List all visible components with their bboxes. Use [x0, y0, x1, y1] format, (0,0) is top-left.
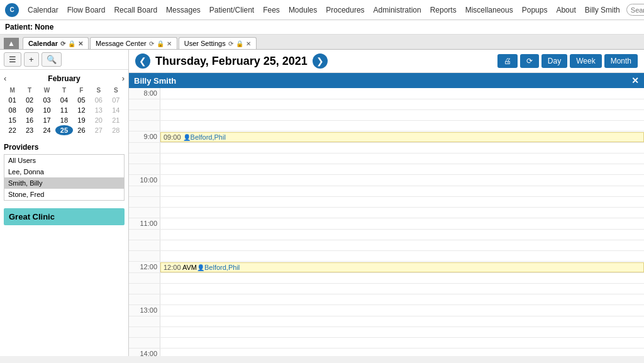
provider-all-users[interactable]: All Users	[4, 155, 124, 166]
nav-administration[interactable]: Administration	[370, 6, 425, 14]
nav-user[interactable]: Billy Smith	[581, 6, 624, 14]
tab-message-refresh-icon[interactable]: ⟳	[149, 40, 154, 47]
mini-cal-day[interactable]: 20	[90, 115, 107, 125]
time-slot[interactable]	[160, 273, 644, 283]
menu-button[interactable]: ☰	[4, 52, 21, 67]
mini-cal-next-button[interactable]: ›	[122, 74, 125, 83]
nav-patient-client[interactable]: Patient/Client	[206, 6, 258, 14]
appointment[interactable]: 09:00 👤Belford,Phil	[160, 132, 644, 142]
provider-stone-fred[interactable]: Stone, Fred	[4, 189, 124, 200]
time-slot[interactable]	[160, 164, 644, 174]
nav-popups[interactable]: Popups	[518, 6, 552, 14]
time-slot[interactable]	[160, 186, 644, 196]
time-slot[interactable]: 12:00 AVM👤Belford,Phil	[160, 262, 644, 272]
time-slot[interactable]	[160, 338, 644, 348]
next-day-button[interactable]: ❯	[313, 53, 328, 69]
search-button[interactable]: 🔍	[42, 52, 62, 67]
refresh-button[interactable]: ⟳	[520, 54, 539, 68]
time-slot[interactable]	[160, 143, 644, 153]
nav-modules[interactable]: Modules	[285, 6, 321, 14]
time-slot[interactable]	[160, 230, 644, 240]
mini-cal-day[interactable]: 04	[55, 95, 72, 105]
mini-cal-day[interactable]: 06	[90, 95, 107, 105]
mini-cal-day[interactable]: 11	[55, 105, 72, 115]
appointment[interactable]: 12:00 AVM👤Belford,Phil	[160, 262, 644, 272]
mini-cal-day[interactable]: 13	[90, 105, 107, 115]
mini-cal-day[interactable]: 22	[4, 125, 21, 135]
nav-fees[interactable]: Fees	[259, 6, 284, 14]
print-button[interactable]: 🖨	[497, 54, 518, 68]
tab-calendar-close-icon[interactable]: ✕	[78, 40, 83, 47]
time-slot[interactable]	[160, 349, 644, 356]
time-slot[interactable]	[160, 284, 644, 294]
nav-messages[interactable]: Messages	[162, 6, 204, 14]
nav-calendar[interactable]: Calendar	[24, 6, 62, 14]
tab-message-center[interactable]: Message Center ⟳ 🔒 ✕	[90, 37, 177, 49]
prev-day-button[interactable]: ❮	[135, 53, 150, 69]
mini-cal-day[interactable]: 24	[38, 125, 55, 135]
mini-cal-day[interactable]: 18	[55, 115, 72, 125]
time-slot[interactable]	[160, 218, 644, 229]
mini-cal-day[interactable]: 25	[55, 125, 72, 135]
tab-settings-refresh-icon[interactable]: ⟳	[228, 40, 233, 47]
mini-cal-day[interactable]: 28	[108, 125, 125, 135]
tab-user-settings[interactable]: User Settings ⟳ 🔒 ✕	[179, 37, 257, 49]
mini-cal-day[interactable]: 01	[4, 95, 21, 105]
mini-cal-day[interactable]: 09	[21, 105, 38, 115]
appt-person-link[interactable]: Belford,Phil	[191, 133, 226, 141]
time-slot[interactable]	[160, 316, 644, 327]
time-slot[interactable]	[160, 197, 644, 207]
mini-cal-day[interactable]: 21	[108, 115, 125, 125]
great-clinic-button[interactable]: Great Clinic	[4, 208, 125, 225]
week-view-button[interactable]: Week	[570, 54, 601, 68]
tab-settings-close-icon[interactable]: ✕	[246, 40, 251, 47]
mini-cal-day[interactable]: 19	[73, 115, 90, 125]
time-slot[interactable]	[160, 99, 644, 109]
mini-cal-day[interactable]: 12	[73, 105, 90, 115]
schedule-scroll-area[interactable]: 8:009:0009:00 👤Belford,Phil10:0011:0012:…	[129, 88, 644, 356]
mini-cal-day[interactable]: 03	[38, 95, 55, 105]
mini-cal-day[interactable]: 08	[4, 105, 21, 115]
tab-calendar-lock-icon[interactable]: 🔒	[68, 40, 75, 47]
nav-about[interactable]: About	[552, 6, 579, 14]
provider-lee-donna[interactable]: Lee, Donna	[4, 166, 124, 177]
nav-reports[interactable]: Reports	[426, 6, 460, 14]
nav-miscellaneous[interactable]: Miscellaneous	[462, 6, 517, 14]
nav-flow-board[interactable]: Flow Board	[64, 6, 109, 14]
schedule-close-icon[interactable]: ✕	[631, 75, 639, 86]
mini-cal-day[interactable]: 23	[21, 125, 38, 135]
time-slot[interactable]	[160, 305, 644, 316]
mini-cal-day[interactable]: 02	[21, 95, 38, 105]
tab-collapse-button[interactable]: ▲	[4, 38, 19, 49]
day-view-button[interactable]: Day	[541, 54, 567, 68]
time-slot[interactable]	[160, 208, 644, 218]
mini-cal-day[interactable]: 27	[90, 125, 107, 135]
mini-cal-day[interactable]: 17	[38, 115, 55, 125]
mini-cal-day[interactable]: 16	[21, 115, 38, 125]
add-button[interactable]: +	[24, 52, 39, 67]
time-slot[interactable]	[160, 121, 644, 131]
time-slot[interactable]	[160, 294, 644, 304]
time-slot[interactable]	[160, 110, 644, 120]
time-slot[interactable]	[160, 88, 644, 99]
provider-smith-billy[interactable]: Smith, Billy	[4, 177, 124, 189]
month-view-button[interactable]: Month	[604, 54, 638, 68]
mini-cal-prev-button[interactable]: ‹	[4, 74, 6, 83]
mini-cal-day[interactable]: 26	[73, 125, 90, 135]
mini-cal-day[interactable]: 05	[73, 95, 90, 105]
time-slot[interactable]	[160, 154, 644, 164]
mini-cal-day[interactable]: 14	[108, 105, 125, 115]
nav-recall-board[interactable]: Recall Board	[110, 6, 161, 14]
search-input[interactable]	[631, 6, 644, 14]
mini-cal-day[interactable]: 15	[4, 115, 21, 125]
time-slot[interactable]	[160, 327, 644, 337]
appt-person-link[interactable]: Belford,Phil	[204, 264, 240, 271]
mini-cal-day[interactable]: 07	[108, 95, 125, 105]
tab-calendar[interactable]: Calendar ⟳ 🔒 ✕	[23, 37, 89, 49]
tab-message-close-icon[interactable]: ✕	[167, 40, 172, 47]
time-slot[interactable]	[160, 240, 644, 250]
time-slot[interactable]	[160, 175, 644, 186]
tab-message-lock-icon[interactable]: 🔒	[157, 40, 164, 47]
tab-calendar-refresh-icon[interactable]: ⟳	[60, 40, 65, 47]
mini-cal-day[interactable]: 10	[38, 105, 55, 115]
